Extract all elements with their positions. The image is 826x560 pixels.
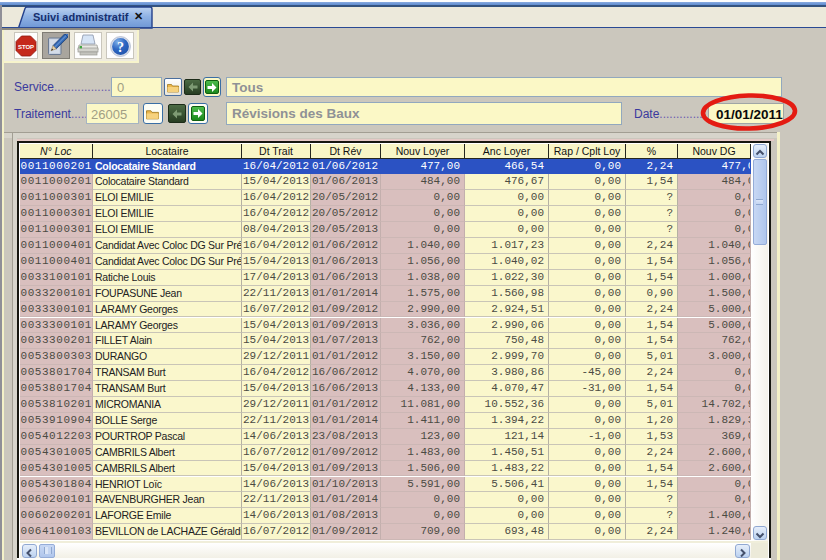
svg-text:STOP: STOP	[18, 44, 34, 50]
svg-text:?: ?	[117, 40, 124, 55]
